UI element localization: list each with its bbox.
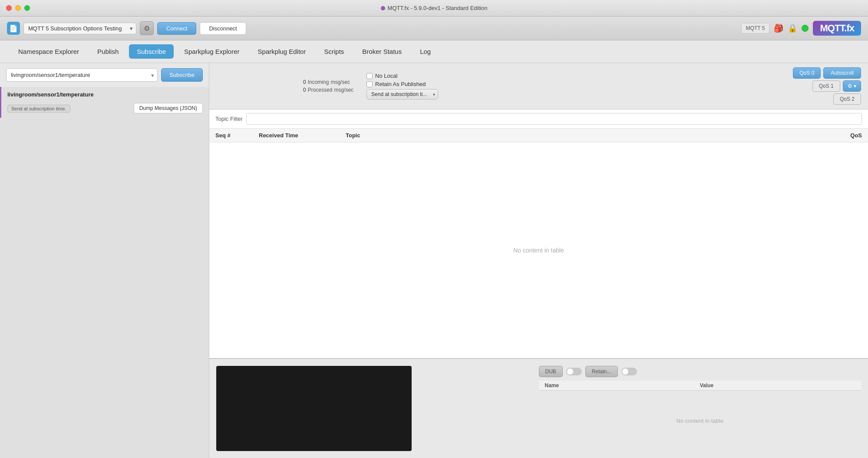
topic-input[interactable]: [6, 68, 158, 82]
maximize-button[interactable]: [24, 5, 30, 11]
retain-toggle[interactable]: [621, 368, 637, 375]
qos2-button[interactable]: QoS 2: [833, 93, 861, 105]
processed-stat: 0 Processed msg/sec: [303, 87, 353, 93]
subscribe-action-button[interactable]: Subscribe: [161, 68, 203, 82]
top-bar: 📄 MQTT 5 Subscription Options Testing ⚙ …: [0, 17, 868, 40]
options-bar: 0 Incoming msg/sec 0 Processed msg/sec N…: [209, 63, 868, 109]
no-local-row: No Local: [366, 73, 438, 79]
mqtt-version-label: MQTT 5: [741, 23, 770, 33]
message-payload-area[interactable]: [216, 366, 412, 451]
title-dot-icon: [381, 6, 385, 10]
incoming-count: 0: [303, 79, 306, 85]
stats-panel: 0 Incoming msg/sec 0 Processed msg/sec: [303, 79, 353, 93]
qos-autoscroll: QoS 0 Autoscroll QoS 1 ⚙ ▾ QoS 2: [793, 67, 861, 105]
properties-table: Name Value No content in table: [539, 381, 861, 451]
close-button[interactable]: [6, 5, 12, 11]
subscription-topic: livingroom/sensor1/temperature: [7, 91, 203, 98]
subscription-options-dropdown[interactable]: Send at subscription ti...: [366, 89, 438, 100]
nav-item-publish[interactable]: Publish: [89, 44, 126, 59]
processed-unit: msg/sec: [334, 87, 353, 93]
bottom-btn-row: DUB Retain...: [539, 366, 861, 377]
connection-status-icon: [802, 25, 809, 32]
prop-empty-message: No content in table: [677, 418, 723, 424]
col-received-time: Received Time: [259, 132, 346, 139]
qos-row-mid: QoS 1 ⚙ ▾: [812, 80, 861, 92]
nav-item-broker-status[interactable]: Broker Status: [354, 44, 409, 59]
minimize-button[interactable]: [15, 5, 21, 11]
subscribe-bar: ▾ Subscribe: [0, 63, 209, 87]
nav-item-subscribe[interactable]: Subscribe: [129, 44, 174, 59]
no-local-checkbox[interactable]: [366, 73, 373, 79]
nav-item-sparkplug-editor[interactable]: Sparkplug Editor: [250, 44, 314, 59]
retain-as-published-checkbox[interactable]: [366, 81, 373, 87]
bottom-controls: DUB Retain... Name Value No content in t…: [532, 359, 868, 458]
no-content-message: No content in table: [513, 247, 564, 254]
processed-count: 0: [303, 87, 306, 93]
subscriptions-list: livingroom/sensor1/temperature Send at s…: [0, 87, 209, 458]
app-icon: 📄: [7, 22, 20, 35]
message-area: Topic Filter Seq # Received Time Topic Q…: [209, 109, 868, 358]
window-controls[interactable]: [6, 5, 30, 11]
incoming-stat: 0 Incoming msg/sec: [303, 79, 353, 85]
incoming-unit: msg/sec: [330, 79, 350, 85]
nav-item-sparkplug-explorer[interactable]: Sparkplug Explorer: [176, 44, 248, 59]
dub-toggle[interactable]: [566, 368, 582, 375]
topic-filter-bar: Topic Filter: [209, 110, 868, 129]
topic-filter-input[interactable]: [246, 113, 862, 125]
topic-input-wrapper: ▾: [6, 68, 158, 82]
no-local-label: No Local: [375, 73, 397, 79]
prop-col-value: Value: [700, 382, 855, 388]
incoming-label: Incoming: [308, 79, 329, 85]
topic-filter-label: Topic Filter: [215, 116, 243, 122]
qos1-button[interactable]: QoS 1: [812, 80, 840, 92]
top-bar-right: MQTT 5 🎒 🔒 MQTT.fx: [741, 21, 861, 36]
main-content: ▾ Subscribe livingroom/sensor1/temperatu…: [0, 63, 868, 458]
lock-icon: 🔒: [788, 23, 797, 33]
bottom-panel: DUB Retain... Name Value No content in t…: [209, 358, 868, 458]
subscription-tag: Send at subscription time.: [7, 105, 70, 113]
qos-settings-button[interactable]: ⚙ ▾: [843, 80, 861, 92]
nav-item-scripts[interactable]: Scripts: [316, 44, 352, 59]
connect-button[interactable]: Connect: [157, 22, 196, 35]
table-header: Seq # Received Time Topic QoS: [209, 129, 868, 143]
col-seq: Seq #: [215, 132, 259, 139]
col-qos: QoS: [818, 132, 862, 139]
bag-icon: 🎒: [774, 23, 783, 33]
col-topic: Topic: [346, 132, 818, 139]
nav-bar: Namespace Explorer Publish Subscribe Spa…: [0, 40, 868, 63]
subscription-item[interactable]: livingroom/sensor1/temperature Send at s…: [0, 87, 209, 118]
nav-item-namespace-explorer[interactable]: Namespace Explorer: [10, 44, 87, 59]
autoscroll-button[interactable]: Autoscroll: [823, 67, 861, 79]
table-body: No content in table: [209, 143, 868, 358]
subscription-options-dropdown-wrapper: Send at subscription ti...: [366, 89, 438, 100]
processed-label: Processed: [308, 87, 333, 93]
prop-header: Name Value: [539, 381, 861, 391]
connection-select-wrapper: MQTT 5 Subscription Options Testing: [23, 23, 136, 34]
retain-as-published-label: Retain As Published: [375, 81, 426, 87]
bottom-left: [209, 359, 532, 458]
left-panel: ▾ Subscribe livingroom/sensor1/temperatu…: [0, 63, 209, 458]
qos-row-top: QoS 0 Autoscroll: [793, 67, 861, 79]
window-title: MQTT.fx - 5.9.0-dev1 - Standard Edition: [381, 5, 488, 11]
title-bar: MQTT.fx - 5.9.0-dev1 - Standard Edition: [0, 0, 868, 17]
disconnect-button[interactable]: Disconnect: [200, 22, 246, 35]
qos0-button[interactable]: QoS 0: [793, 67, 821, 79]
subscription-options: No Local Retain As Published Send at sub…: [366, 73, 438, 100]
prop-body: No content in table: [539, 391, 861, 451]
retain-as-published-row: Retain As Published: [366, 81, 438, 87]
dub-button[interactable]: DUB: [539, 366, 563, 377]
prop-col-name: Name: [545, 382, 700, 388]
right-panel: 0 Incoming msg/sec 0 Processed msg/sec N…: [209, 63, 868, 458]
connection-select[interactable]: MQTT 5 Subscription Options Testing: [23, 23, 136, 34]
qos-row-bot: QoS 2: [833, 93, 861, 105]
dump-messages-button[interactable]: Dump Messages (JSON): [134, 103, 203, 113]
mqtt-logo: MQTT.fx: [813, 21, 861, 36]
nav-item-log[interactable]: Log: [412, 44, 439, 59]
settings-gear-button[interactable]: ⚙: [140, 21, 154, 35]
retain-button[interactable]: Retain...: [585, 366, 618, 377]
